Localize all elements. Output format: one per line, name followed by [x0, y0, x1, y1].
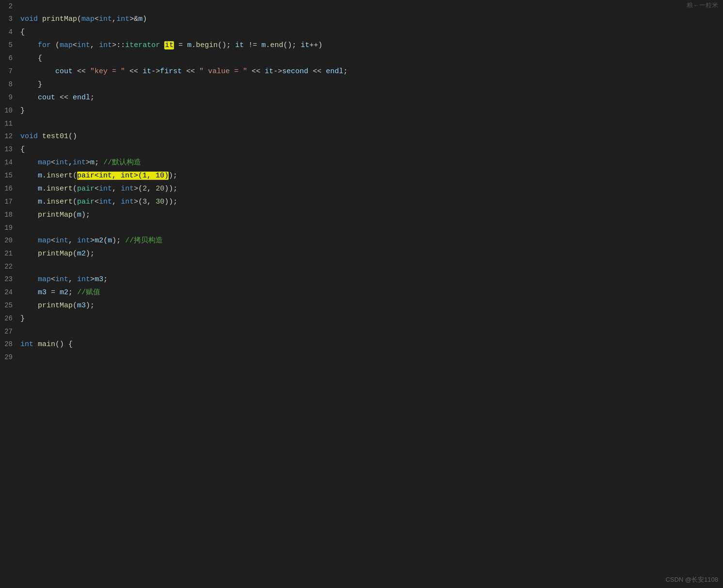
code-line-11: 11	[0, 117, 723, 130]
line-content-13: {	[20, 143, 723, 156]
line-content-7: cout << "key = " << it->first << " value…	[20, 65, 723, 78]
watermark-top: 粮←一粒米	[687, 1, 718, 10]
line-content-5: for (map<int, int>::iterator it = m.begi…	[20, 39, 723, 52]
code-line-20: 20 map<int, int>m2(m); //拷贝构造	[0, 234, 723, 247]
line-content-21: printMap(m2);	[20, 248, 723, 260]
code-line-5: 5 for (map<int, int>::iterator it = m.be…	[0, 39, 723, 52]
line-num-18: 18	[0, 208, 20, 221]
line-content-26: }	[20, 313, 723, 325]
code-line-13: 13 {	[0, 143, 723, 156]
line-num-24: 24	[0, 286, 20, 299]
line-num-15: 15	[0, 169, 20, 182]
line-num-23: 23	[0, 273, 20, 286]
line-num-27: 27	[0, 325, 20, 338]
code-line-21: 21 printMap(m2);	[0, 247, 723, 260]
line-content-20: map<int, int>m2(m); //拷贝构造	[20, 235, 723, 247]
code-line-17: 17 m.insert(pair<int, int>(3, 30));	[0, 195, 723, 208]
line-num-12: 12	[0, 130, 20, 143]
code-line-16: 16 m.insert(pair<int, int>(2, 20));	[0, 182, 723, 195]
watermark-bottom: CSDN @长安1108	[665, 575, 718, 584]
line-content-16: m.insert(pair<int, int>(2, 20));	[20, 183, 723, 195]
line-content-25: printMap(m3);	[20, 300, 723, 312]
code-line-22: 22	[0, 260, 723, 273]
line-content-12: void test01()	[20, 130, 723, 143]
line-num-29: 29	[0, 351, 20, 364]
code-line-15: 15 m.insert(pair<int, int>(1, 10));	[0, 169, 723, 182]
line-num-14: 14	[0, 156, 20, 169]
code-line-9: 9 cout << endl;	[0, 91, 723, 104]
line-num-17: 17	[0, 195, 20, 208]
code-line-23: 23 map<int, int>m3;	[0, 273, 723, 286]
code-line-10: 10 }	[0, 104, 723, 117]
code-line-25: 25 printMap(m3);	[0, 299, 723, 312]
code-line-7: 7 cout << "key = " << it->first << " val…	[0, 65, 723, 78]
line-content-14: map<int,int>m; //默认构造	[20, 157, 723, 169]
line-num-10: 10	[0, 104, 20, 117]
code-line-26: 26 }	[0, 312, 723, 325]
code-line-28: 28 int main() {	[0, 338, 723, 351]
code-line-24: 24 m3 = m2; //赋值	[0, 286, 723, 299]
line-content-10: }	[20, 105, 723, 117]
line-num-22: 22	[0, 260, 20, 273]
code-line-3: 3 void printMap(map<int,int>&m)	[0, 13, 723, 26]
code-editor: 粮←一粒米 2 3 void printMap(map<int,int>&m) …	[0, 0, 723, 588]
line-num-16: 16	[0, 182, 20, 195]
code-line-12: 12 void test01()	[0, 130, 723, 143]
line-content-9: cout << endl;	[20, 92, 723, 104]
line-num-3: 3	[0, 13, 20, 25]
line-content-28: int main() {	[20, 338, 723, 351]
code-line-2: 2	[0, 0, 723, 13]
line-num-21: 21	[0, 247, 20, 260]
code-line-27: 27	[0, 325, 723, 338]
line-num-13: 13	[0, 143, 20, 156]
line-content-4: {	[20, 26, 723, 39]
code-line-4: 4 {	[0, 26, 723, 39]
line-num-11: 11	[0, 117, 20, 130]
line-num-28: 28	[0, 338, 20, 350]
line-content-18: printMap(m);	[20, 209, 723, 222]
line-content-24: m3 = m2; //赋值	[20, 286, 723, 299]
line-num-26: 26	[0, 312, 20, 325]
code-line-6: 6 {	[0, 52, 723, 65]
line-num-19: 19	[0, 222, 20, 234]
line-num-8: 8	[0, 78, 20, 91]
line-content-15: m.insert(pair<int, int>(1, 10));	[20, 170, 723, 182]
line-num-7: 7	[0, 65, 20, 78]
line-content-17: m.insert(pair<int, int>(3, 30));	[20, 196, 723, 208]
line-num-5: 5	[0, 39, 20, 51]
line-content-23: map<int, int>m3;	[20, 273, 723, 286]
code-line-8: 8 }	[0, 78, 723, 91]
line-num-25: 25	[0, 299, 20, 312]
line-content-8: }	[20, 79, 723, 91]
code-line-29: 29	[0, 351, 723, 364]
line-num-9: 9	[0, 91, 20, 104]
code-line-19: 19	[0, 222, 723, 234]
line-content-3: void printMap(map<int,int>&m)	[20, 13, 723, 26]
line-num-2: 2	[0, 0, 20, 13]
line-content-6: {	[20, 52, 723, 65]
line-num-4: 4	[0, 26, 20, 38]
code-line-18: 18 printMap(m);	[0, 208, 723, 222]
line-num-20: 20	[0, 234, 20, 247]
code-line-14: 14 map<int,int>m; //默认构造	[0, 156, 723, 169]
line-num-6: 6	[0, 52, 20, 64]
